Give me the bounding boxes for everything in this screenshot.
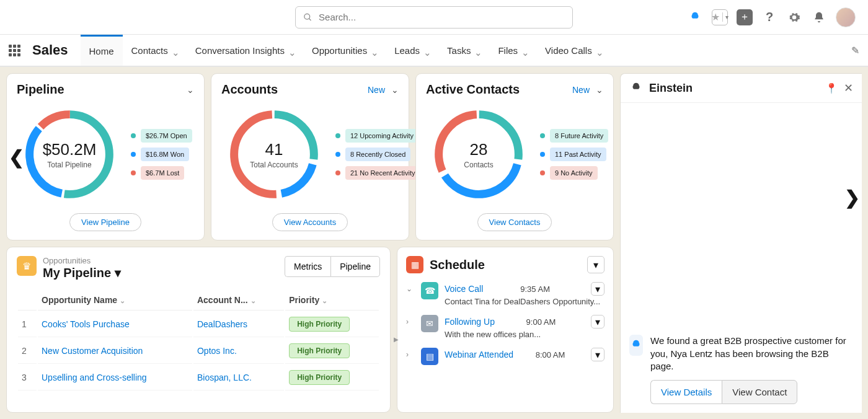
chevron-down-icon[interactable]: ⌄ [187, 85, 194, 95]
tab-contacts[interactable]: Contacts⌄ [123, 35, 187, 66]
legend-item: $16.8M Won [131, 148, 192, 161]
chevron-down-icon[interactable]: ⌄ [596, 85, 603, 95]
schedule-item[interactable]: ⌄☎Voice Call9:35 AM▾Contact Tina for Dea… [406, 282, 604, 306]
notifications-icon[interactable] [811, 9, 827, 25]
app-nav: Sales HomeContacts⌄Conversation Insights… [0, 35, 868, 67]
table-row[interactable]: 1Cooks' Tools PurchaseDealDashersHigh Pr… [18, 312, 379, 337]
tab-opportunities[interactable]: Opportunities⌄ [303, 35, 386, 66]
global-search[interactable] [295, 6, 573, 29]
legend-dot [131, 170, 136, 175]
opportunity-link[interactable]: Upselling and Cross-selling [42, 373, 147, 382]
tab-conversation-insights[interactable]: Conversation Insights⌄ [187, 35, 303, 66]
user-avatar[interactable] [836, 7, 856, 27]
carousel-next[interactable]: ❯ [839, 185, 864, 210]
panel-collapser[interactable]: ▶ [394, 330, 400, 348]
close-icon[interactable]: ✕ [844, 81, 853, 95]
schedule-item[interactable]: ›✉Following Up9:00 AM▾With the new offic… [406, 315, 604, 339]
chevron-down-icon[interactable]: ⌄ [474, 47, 480, 53]
search-input[interactable] [319, 12, 565, 22]
app-launcher-icon[interactable] [9, 45, 22, 56]
create-button[interactable]: ＋ [737, 9, 753, 25]
schedule-menu[interactable]: ▾ [587, 256, 604, 273]
pin-icon[interactable]: 📍 [825, 82, 838, 94]
opportunity-link[interactable]: New Customer Acquisition [42, 346, 143, 356]
help-icon[interactable]: ? [761, 9, 777, 25]
view-details-button[interactable]: View Details [650, 380, 722, 404]
edit-nav-icon[interactable]: ✎ [851, 45, 859, 56]
chevron-down-icon[interactable]: ⌄ [391, 85, 399, 95]
chevron-down-icon[interactable]: ⌄ [423, 47, 430, 53]
search-icon [303, 12, 312, 22]
accounts-total-label: Total Accounts [250, 161, 298, 169]
tab-leads[interactable]: Leads⌄ [386, 35, 438, 66]
new-contact-link[interactable]: New [572, 85, 590, 95]
view-contacts-button[interactable]: View Contacts [477, 213, 552, 231]
favorites-button[interactable]: ★▾ [712, 9, 728, 25]
priority-badge: High Priority [289, 370, 350, 385]
schedule-item[interactable]: ›▤Webinar Attended8:00 AM▾ [406, 348, 604, 365]
new-account-link[interactable]: New [368, 85, 385, 95]
account-link[interactable]: Optos Inc. [197, 346, 237, 356]
table-row[interactable]: 2New Customer AcquisitionOptos Inc.High … [18, 338, 379, 364]
col-priority[interactable]: Priority⌄ [285, 290, 379, 311]
setup-gear-icon[interactable] [786, 9, 802, 25]
priority-badge: High Priority [289, 343, 350, 358]
expand-icon[interactable]: › [406, 317, 415, 326]
chevron-down-icon[interactable]: ⌄ [288, 47, 294, 53]
col-opportunity-name[interactable]: Opportunity Name⌄ [38, 290, 192, 311]
priority-badge: High Priority [289, 317, 350, 332]
legend-item: 12 Upcoming Activity [335, 129, 420, 143]
tab-files[interactable]: Files⌄ [489, 35, 536, 66]
pipeline-total: $50.2M [43, 140, 97, 159]
view-pipeline-button[interactable]: View Pipeline [69, 213, 141, 231]
col-account-name[interactable]: Account N...⌄ [193, 290, 284, 311]
schedule-item-menu[interactable]: ▾ [591, 282, 604, 296]
schedule-item-time: 9:00 AM [526, 317, 556, 327]
schedule-item-menu[interactable]: ▾ [591, 315, 604, 329]
chevron-down-icon[interactable]: ⌄ [596, 47, 602, 53]
schedule-item-title[interactable]: Following Up [445, 317, 495, 327]
table-row[interactable]: 3Upselling and Cross-sellingBiospan, LLC… [18, 365, 379, 390]
seg-pipeline[interactable]: Pipeline [330, 256, 380, 277]
chevron-down-icon[interactable]: ⌄ [521, 47, 528, 53]
legend-label: 9 No Activity [550, 166, 598, 180]
schedule-item-title[interactable]: Webinar Attended [445, 350, 513, 359]
opportunities-table: Opportunity Name⌄ Account N...⌄ Priority… [17, 289, 380, 392]
schedule-item-time: 8:00 AM [536, 350, 565, 359]
schedule-item-title[interactable]: Voice Call [445, 284, 483, 294]
tab-video-calls[interactable]: Video Calls⌄ [536, 35, 611, 66]
einstein-avatar-icon [629, 335, 643, 356]
seg-metrics[interactable]: Metrics [285, 256, 330, 277]
einstein-head-icon [629, 81, 643, 95]
expand-icon[interactable]: ⌄ [406, 284, 415, 293]
chevron-down-icon[interactable]: ⌄ [371, 47, 377, 53]
contacts-total-label: Contacts [464, 161, 493, 169]
chevron-down-icon[interactable]: ⌄ [172, 47, 178, 53]
legend-item: 8 Future Activity [540, 129, 608, 143]
schedule-item-menu[interactable]: ▾ [591, 348, 604, 361]
pipeline-total-label: Total Pipeline [47, 161, 91, 169]
contacts-total: 28 [470, 140, 488, 159]
einstein-icon[interactable] [687, 9, 703, 25]
tab-home[interactable]: Home [81, 35, 123, 66]
legend-label: 11 Past Activity [550, 148, 606, 161]
dropdown-caret-icon[interactable]: ▾ [115, 265, 121, 280]
opportunity-link[interactable]: Cooks' Tools Purchase [42, 319, 130, 329]
svg-point-0 [304, 14, 310, 19]
view-contact-button[interactable]: View Contact [722, 380, 797, 404]
legend-dot [131, 152, 136, 157]
legend-item: $6.7M Lost [131, 166, 192, 180]
global-header: ★▾ ＋ ? [0, 0, 868, 35]
legend-dot [540, 152, 545, 157]
expand-icon[interactable]: › [406, 350, 415, 359]
einstein-message: We found a great B2B prospective custome… [650, 335, 853, 373]
opportunity-icon: ♛ [17, 256, 37, 276]
account-link[interactable]: Biospan, LLC. [197, 373, 252, 382]
pipeline-view-title[interactable]: My Pipeline [43, 266, 111, 280]
account-link[interactable]: DealDashers [197, 319, 247, 329]
einstein-panel: Einstein 📍 ✕ We found a great B2B prospe… [620, 73, 862, 413]
svg-line-1 [309, 18, 311, 20]
carousel-prev[interactable]: ❮ [4, 144, 29, 169]
view-accounts-button[interactable]: View Accounts [272, 213, 348, 231]
tab-tasks[interactable]: Tasks⌄ [438, 35, 489, 66]
